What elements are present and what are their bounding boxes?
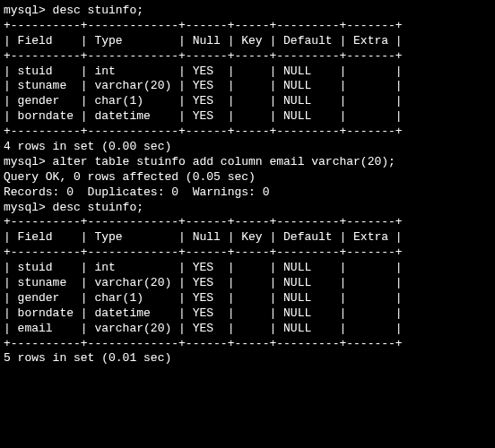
table-row: | stuid | int | YES | | NULL | | [4, 261, 491, 276]
mysql-prompt-line: mysql> desc stuinfo; [4, 201, 491, 216]
query-result: Records: 0 Duplicates: 0 Warnings: 0 [4, 185, 491, 201]
table-border: +----------+-------------+------+-----+-… [4, 337, 491, 352]
table-row: | gender | char(1) | YES | | NULL | | [4, 94, 491, 109]
table-border: +----------+-------------+------+-----+-… [4, 215, 491, 230]
table-row: | email | varchar(20) | YES | | NULL | | [4, 322, 491, 337]
table-header: | Field | Type | Null | Key | Default | … [4, 230, 491, 246]
table-border: +----------+-------------+------+-----+-… [4, 49, 491, 65]
table-header: | Field | Type | Null | Key | Default | … [4, 34, 491, 49]
mysql-prompt-line: mysql> alter table stuinfo add column em… [4, 155, 491, 170]
table-row: | stuid | int | YES | | NULL | | [4, 65, 491, 80]
result-summary: 4 rows in set (0.00 sec) [4, 140, 491, 155]
query-result: Query OK, 0 rows affected (0.05 sec) [4, 170, 491, 185]
table-row: | gender | char(1) | YES | | NULL | | [4, 291, 491, 306]
terminal-output: mysql> desc stuinfo; +----------+-------… [4, 4, 491, 366]
result-summary: 5 rows in set (0.01 sec) [4, 351, 491, 366]
table-row: | borndate | datetime | YES | | NULL | | [4, 306, 491, 322]
table-border: +----------+-------------+------+-----+-… [4, 246, 491, 261]
table-row: | borndate | datetime | YES | | NULL | | [4, 109, 491, 125]
table-row: | stuname | varchar(20) | YES | | NULL |… [4, 79, 491, 94]
mysql-prompt-line: mysql> desc stuinfo; [4, 4, 491, 19]
table-border: +----------+-------------+------+-----+-… [4, 125, 491, 140]
table-row: | stuname | varchar(20) | YES | | NULL |… [4, 276, 491, 291]
table-border: +----------+-------------+------+-----+-… [4, 19, 491, 34]
